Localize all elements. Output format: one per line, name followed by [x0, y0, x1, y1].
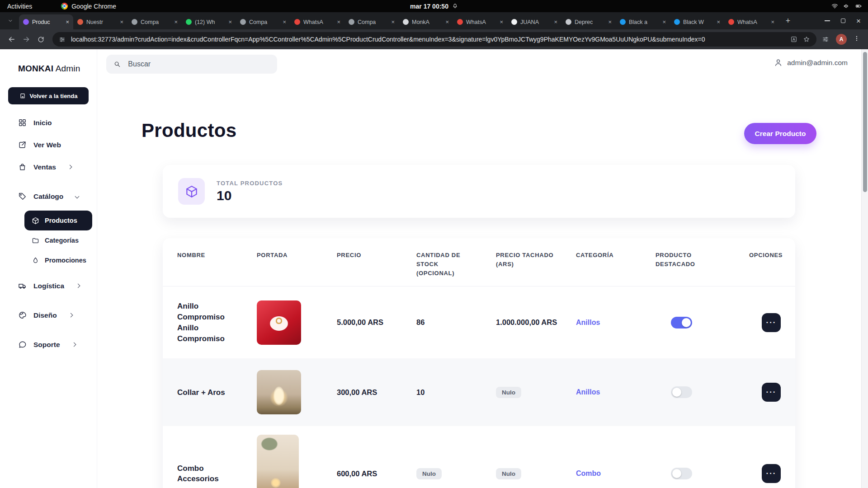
product-category-link[interactable]: Combo — [576, 469, 656, 478]
browser-tab[interactable]: WhatsA × — [290, 14, 344, 29]
product-category-link[interactable]: Anillos — [576, 319, 656, 327]
search-input[interactable] — [128, 60, 270, 68]
col-header-nombre: NOMBRE — [177, 251, 257, 260]
tab-close-icon[interactable]: × — [391, 19, 395, 25]
create-product-button[interactable]: Crear Producto — [744, 123, 816, 144]
featured-toggle[interactable] — [671, 317, 692, 328]
user-menu[interactable]: admin@admin.com — [774, 58, 848, 67]
tab-close-icon[interactable]: × — [174, 19, 178, 25]
tab-close-icon[interactable]: × — [608, 19, 612, 25]
site-info-icon[interactable] — [59, 36, 66, 43]
row-options-button[interactable]: ··· — [762, 464, 781, 483]
browser-tab[interactable]: WhatsA × — [724, 14, 778, 29]
new-tab-button[interactable]: + — [782, 15, 794, 27]
sidebar-item-soporte[interactable]: Soporte — [0, 333, 97, 356]
sidebar-item-productos[interactable]: Productos — [24, 211, 92, 230]
browser-tab[interactable]: (12) Wh × — [182, 14, 236, 29]
browser-tab[interactable]: WhatsA × — [453, 14, 507, 29]
product-name: Anillo Compromiso Anillo Compromiso — [177, 301, 246, 344]
address-bar[interactable]: localhost:32773/admin?crudAction=index&c… — [52, 32, 816, 47]
tab-close-icon[interactable]: × — [554, 19, 557, 25]
browser-tab[interactable]: Compa × — [236, 14, 290, 29]
truck-icon — [18, 282, 27, 290]
sidebar-item-logistica[interactable]: Logística — [0, 275, 97, 297]
search-icon — [113, 60, 121, 68]
sidebar-item-ventas[interactable]: Ventas — [0, 156, 97, 178]
tab-favicon — [77, 19, 83, 25]
tab-close-icon[interactable]: × — [283, 19, 286, 25]
browser-tab[interactable]: JUANA × — [507, 14, 561, 29]
tab-close-icon[interactable]: × — [771, 19, 774, 25]
featured-toggle[interactable] — [671, 468, 692, 479]
window-close-button[interactable]: × — [856, 17, 861, 25]
clock[interactable]: mar 17 00:50 — [410, 3, 458, 10]
forward-button[interactable] — [19, 32, 33, 47]
browser-tab[interactable]: Deprec × — [561, 14, 616, 29]
browser-tab-products[interactable]: Produc × — [19, 14, 73, 29]
url-text[interactable]: localhost:32773/admin?crudAction=index&c… — [71, 36, 785, 43]
sidebar-item-promociones[interactable]: Promociones — [24, 250, 97, 270]
reload-button[interactable] — [33, 32, 48, 47]
back-button[interactable] — [5, 32, 19, 47]
tab-close-icon[interactable]: × — [337, 19, 340, 25]
tab-close-icon[interactable]: × — [500, 19, 503, 25]
admin-sidebar: MONKAI Admin Volver a la tienda Inicio V… — [0, 49, 97, 488]
products-table: NOMBRE PORTADA PRECIO CANTIDAD DE STOCK … — [163, 238, 795, 488]
chevron-right-icon — [68, 165, 72, 169]
system-tray[interactable] — [831, 3, 863, 9]
tab-close-icon[interactable]: × — [120, 19, 123, 25]
profile-avatar[interactable]: A — [836, 34, 847, 45]
browser-tab[interactable]: Nuestr × — [73, 14, 127, 29]
brand-light: Admin — [53, 64, 80, 73]
network-icon — [831, 3, 838, 9]
current-app-label: Google Chrome — [71, 3, 116, 10]
table-header-row: NOMBRE PORTADA PRECIO CANTIDAD DE STOCK … — [163, 238, 795, 286]
tab-close-icon[interactable]: × — [717, 19, 720, 25]
browser-tab[interactable]: Black a × — [616, 14, 670, 29]
window-maximize-button[interactable] — [841, 19, 845, 23]
tab-favicon — [132, 19, 137, 25]
tab-favicon — [511, 19, 517, 25]
activities-button[interactable]: Activities — [7, 3, 32, 10]
browser-tab[interactable]: Black W × — [670, 14, 724, 29]
bookmark-star-icon[interactable] — [803, 36, 810, 43]
browser-tab[interactable]: Compa × — [127, 14, 182, 29]
tab-close-icon[interactable]: × — [228, 19, 232, 25]
product-price: 600,00 ARS — [337, 469, 416, 478]
tab-favicon — [240, 19, 246, 25]
translate-icon[interactable] — [790, 36, 797, 43]
product-category-link[interactable]: Anillos — [576, 388, 656, 396]
system-bar: Activities Google Chrome mar 17 00:50 — [0, 0, 868, 12]
tab-close-icon[interactable]: × — [66, 19, 69, 25]
tab-label: Deprec — [575, 19, 605, 25]
tab-label: Nuestr — [86, 19, 117, 25]
screen: Activities Google Chrome mar 17 00:50 Pr… — [0, 0, 868, 488]
tab-close-icon[interactable]: × — [662, 19, 666, 25]
back-to-store-button[interactable]: Volver a la tienda — [8, 87, 89, 104]
sidebar-item-diseno[interactable]: Diseño — [0, 304, 97, 326]
featured-toggle[interactable] — [671, 386, 692, 398]
search-box[interactable] — [106, 55, 277, 74]
product-image — [257, 300, 301, 345]
browser-menu-icon[interactable] — [854, 35, 860, 44]
sidebar-item-inicio[interactable]: Inicio — [0, 112, 97, 134]
sidebar-item-categorias[interactable]: Categorías — [24, 230, 97, 250]
extensions-icon[interactable] — [822, 36, 829, 43]
palette-icon — [18, 311, 27, 319]
sidebar-item-catalogo[interactable]: Catálogo — [0, 185, 97, 207]
row-options-button[interactable]: ··· — [762, 313, 781, 332]
scrollbar-thumb[interactable] — [863, 52, 867, 192]
window-minimize-button[interactable] — [825, 20, 830, 21]
tab-favicon — [349, 19, 354, 25]
tab-search-button[interactable] — [5, 15, 16, 27]
browser-tab[interactable]: Compa × — [344, 14, 399, 29]
tab-close-icon[interactable]: × — [445, 19, 449, 25]
browser-tab[interactable]: MonkA × — [399, 14, 453, 29]
table-row: Collar + Aros 300,00 ARS 10 Nulo Anillos… — [163, 358, 795, 426]
product-stock: 10 — [416, 388, 496, 397]
row-options-button[interactable]: ··· — [762, 383, 781, 402]
page-scrollbar[interactable] — [861, 49, 868, 488]
tab-favicon — [23, 19, 29, 25]
current-app: Google Chrome — [61, 3, 116, 10]
sidebar-item-ver-web[interactable]: Ver Web — [0, 134, 97, 156]
